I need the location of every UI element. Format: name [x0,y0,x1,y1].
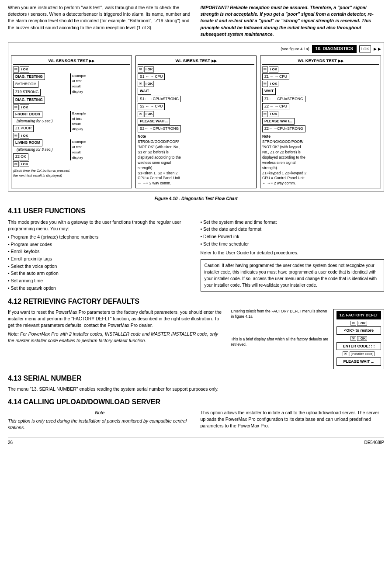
sensors-ok2: ✉ i OK [13,104,130,110]
sensors-col: WL SENSORS TEST ▶▶ ✉ i OK DIAG. TESTING … [11,56,132,188]
bullet-voice: Select the voice option [8,263,192,270]
section-412-heading: 4.12 RETRIEVING FACTORY DEFAULTS [8,297,384,306]
section-411-bullets-left: Program the 4 (private) telephone number… [8,234,192,291]
factory-icon1: ✉ i OK [336,321,381,326]
sirens-s1-strong: S1← →CPU=STRONG [138,96,254,103]
factory-diagram-boxes: 12. FACTORY DEFLT ✉ i OK <OK> to restore… [333,309,384,369]
see-figure-label: (see figure 4.1a) [281,46,309,52]
keypads-col: WL KEYPADS TEST ▶▶ ✉ i OK Z1 ← → CPU ✉ i… [260,56,381,188]
factory-diagram-labels: Entering to/exit from the FACTORY DEFLT … [231,309,329,347]
sirens-ok2: ✉ i OK [138,81,254,87]
factory-brief-label: This is a brief display after which all … [231,337,329,347]
factory-entering-label: Entering to/exit from the FACTORY DEFLT … [231,309,329,319]
keypads-note: Note STRONG/GOOD/POOR/"NOT OK" (with key… [262,134,379,186]
factory-icon2: ✉ i OK [336,336,381,341]
section-412-text: If you want to reset the PowerMax Pro pa… [8,309,222,369]
section-412-para1: If you want to reset the PowerMax Pro pa… [8,309,222,329]
bullet-keyfobs: Enroll keyfobs [8,248,192,255]
sirens-wait: WAIT [138,88,254,95]
section-411-right: Set the system time and time format Set … [201,219,385,292]
section-413: 4.13 SERIAL NUMBER The menu "13. SERIAL … [8,374,384,393]
section-414-note-label: Note [8,409,192,416]
section-414-text-right: This option allows the installer to init… [201,409,385,430]
intro-col-left: When you are instructed to perform "walk… [8,4,192,38]
section-411-refer: Refer to the User Guide for detailed pro… [201,250,385,256]
keypads-col-header: WL KEYPADS TEST ▶▶ [262,58,379,65]
sensors-note: (Each time the OK button is pressed,the … [13,168,130,178]
keypads-ok1: ✉ i OK [262,66,379,72]
bullet-prox-tags: Enroll proximity tags [8,256,192,262]
intro-text-left: When you are instructed to perform "walk… [8,4,192,31]
page-number: 26 [8,440,13,446]
factory-box1: 12. FACTORY DEFLT [336,311,381,319]
sirens-s2-strong: S2← →CPU=STRONG [138,125,254,132]
section-411-bullets-right: Set the system time and time format Set … [201,219,385,247]
section-414-heading: 4.14 CALLING UPLOAD/DOWNLOAD SERVER [8,397,384,407]
sirens-ok3: ✉ i OK [138,111,254,117]
keypads-ok3: ✉ i OK [262,111,379,117]
caution-box: Caution! If after having programmed the … [201,259,385,291]
section-412-body: If you want to reset the PowerMax Pro pa… [8,309,384,369]
diagram-caption: Figure 4.10 - Diagnostic Test Flow Chart [8,196,384,202]
sirens-col: WL SIRENS TEST ▶▶ ✉ i OK S1 ← → CPU ✉ i … [135,56,257,188]
doc-id: DE5468IP [364,440,384,446]
keypads-z2-cpu: Z2 ← → CPU [262,103,379,110]
section-414: 4.14 CALLING UPLOAD/DOWNLOAD SERVER Note… [8,397,384,433]
section-411-left: This mode provides you with a gateway to… [8,219,192,292]
bullet-phone: Program the 4 (private) telephone number… [8,234,192,240]
diagram-section: (see figure 4.1a) 10. DIAGNOSTICS i OK ▶… [8,42,384,191]
intro-text-right: IMPORTANT! Reliable reception must be as… [201,4,385,38]
sensors-diag-testing-2: DIAG. TESTING [13,97,130,104]
keypads-z1-cpu: Z1 ← → CPU [262,73,379,80]
page-header: When you are instructed to perform "walk… [8,4,384,38]
sirens-s1-cpu: S1 ← → CPU [138,73,254,80]
page-footer: 26 DE5468IP [8,437,384,446]
section-411-body: This mode provides you with a gateway to… [8,219,384,292]
sirens-please-wait: PLEASE WAIT... [138,118,254,125]
section-414-body: Note This option is only used during the… [8,409,384,433]
section-413-text: The menu "13. SERIAL NUMBER" enables rea… [8,386,384,392]
section-412-para2: Note: For PowerMax Pro with 2 installer … [8,331,222,344]
factory-box3: ENTER CODE: : : [336,342,381,350]
section-412: 4.12 RETRIEVING FACTORY DEFAULTS If you … [8,297,384,369]
example-bracket-2: Exampleof testresultdisplay [70,111,101,132]
diag-nav-icons: ▶ ▶ [374,46,381,52]
sensors-ok1: ✉ i OK [13,66,130,72]
factory-box2: <OK> to restore [336,326,381,335]
keypads-z2-strong: Z2← →CPU=STRONG [262,125,379,132]
section-411-intro: This mode provides you with a gateway to… [8,219,192,232]
section-414-left: Note This option is only used during the… [8,409,192,433]
sirens-note: Note STRONG/GOOD/POOR/"NOT OK" (with sir… [138,134,254,186]
example-bracket-1: Exampleof testresultdisplay [70,73,101,94]
keypads-wait: WAIT [262,88,379,95]
factory-icon3: ✉ [installer code] [336,351,381,357]
bullet-date: Set the date and date format [201,226,385,232]
section-414-note-text: This option is only used during the inst… [8,418,192,431]
example-bracket-3: Exampleof testresultdisplay [70,139,101,160]
keypads-ok2: ✉ i OK [262,81,379,87]
bullet-user-codes: Program user codes [8,241,192,248]
sirens-col-header: WL SIRENS TEST ▶▶ [138,58,254,65]
diag-ok-box: i OK [359,45,371,53]
section-411-heading: 4.11 USER FUNCTIONS [8,206,384,216]
sensors-col-header: WL SENSORS TEST ▶▶ [13,58,130,65]
keypads-z1-strong: Z1← →CPU=STRONG [262,96,379,103]
caution-text: Caution! If after having programmed the … [205,263,377,288]
sirens-ok1: ✉ i OK [138,66,254,72]
sensors-diag-testing-1: DIAG. TESTING Exampleof testresultdispla… [13,73,130,80]
sensors-front-door: FRONT DOOR Exampleof testresultdisplay [13,111,130,118]
sensors-ok3: ✉ i OK [13,133,130,139]
bullet-squawk: Set the squawk option [8,285,192,291]
intro-col-right: IMPORTANT! Reliable reception must be as… [201,4,385,38]
bullet-auto-arm: Set the auto arm option [8,270,192,277]
section-412-diagram: Entering to/exit from the FACTORY DEFLT … [231,309,384,369]
section-411: 4.11 USER FUNCTIONS This mode provides y… [8,206,384,292]
sensors-ok4: ✉ i OK [13,161,130,167]
bullet-scheduler: Set the time scheduler [201,241,385,247]
sensors-living-room: LIVING ROOM Exampleof testresultdisplay [13,139,130,146]
sirens-s2-cpu: S2 ← → CPU [138,103,254,110]
section-414-right: This option allows the installer to init… [201,409,385,433]
diagram-columns: WL SENSORS TEST ▶▶ ✉ i OK DIAG. TESTING … [11,56,381,188]
keypads-please-wait: PLEASE WAIT... [262,118,379,125]
diag-header-box: 10. DIAGNOSTICS [312,45,357,53]
